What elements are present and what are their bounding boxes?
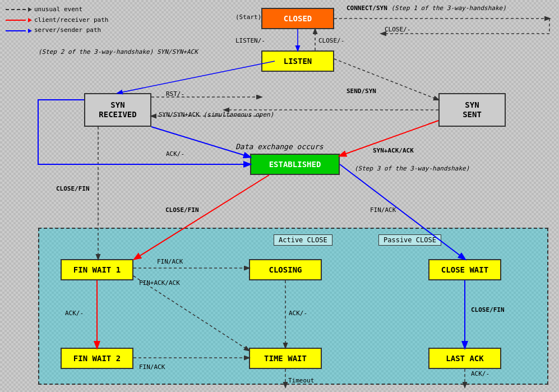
start-label: (Start): [235, 13, 261, 21]
connect-syn-label: CONNECT/SYN (Step 1 of the 3-way-handsha…: [347, 4, 506, 12]
fin-ack3-label: FIN/ACK: [139, 363, 165, 371]
passive-close-label: Passive CLOSE: [378, 234, 441, 246]
state-time-wait: TIME WAIT: [249, 348, 322, 369]
ack-closing-label: ACK/-: [289, 310, 307, 317]
state-syn-received: SYNRECEIVED: [84, 93, 151, 127]
timeout-label: Timeout: [288, 377, 314, 384]
state-closing: CLOSING: [249, 259, 322, 280]
ack-last-ack-label: ACK/-: [471, 370, 489, 377]
state-fin-wait2: FIN WAIT 2: [61, 348, 133, 369]
close-dash2-label: CLOSE/-: [318, 37, 344, 44]
close-fin1-label: CLOSE/FIN: [56, 185, 90, 192]
close-fin2-label: CLOSE/FIN: [165, 206, 199, 214]
synack-ack-label: SYN+ACK/ACK: [373, 147, 414, 154]
state-fin-wait1: FIN WAIT 1: [61, 259, 133, 280]
active-close-label: Active CLOSE: [274, 234, 332, 246]
legend: unusual event client/receiver path serve…: [6, 4, 108, 36]
ack-established-label: ACK/-: [166, 150, 184, 158]
fin-ack2-label: FIN/ACK: [157, 258, 183, 265]
state-listen: LISTEN: [261, 50, 334, 72]
close-fin3-label: CLOSE/FIN: [471, 306, 505, 313]
fin-ack-label: FIN/ACK: [370, 206, 396, 214]
rst-label: RST/-: [166, 90, 184, 98]
step2-label: (Step 2 of the 3-way-handshake) SYN/SYN+…: [38, 48, 198, 56]
legend-unusual: unusual event: [6, 4, 108, 15]
close-dash-top-label: CLOSE/-: [385, 26, 410, 33]
state-close-wait: CLOSE WAIT: [428, 259, 501, 280]
legend-server: server/sender path: [6, 25, 108, 36]
legend-unusual-label: unusual event: [34, 4, 82, 15]
state-syn-sent: SYNSENT: [438, 93, 506, 127]
legend-client-label: client/receiver path: [34, 15, 108, 26]
fin-plus-ack-label: FIN+ACK/ACK: [139, 279, 180, 287]
state-established: ESTABLISHED: [250, 154, 340, 175]
state-closed: CLOSED: [261, 8, 334, 29]
state-last-ack: LAST ACK: [428, 348, 501, 369]
listen-dash-label: LISTEN/-: [235, 37, 265, 44]
step3-label: (Step 3 of the 3-way-handshake): [354, 165, 469, 172]
data-exchange-label: Data exchange occurs: [235, 142, 324, 151]
legend-server-label: server/sender path: [34, 25, 101, 36]
tcp-state-diagram: unusual event client/receiver path serve…: [0, 0, 559, 392]
ack-fin-wait-label: ACK/-: [65, 310, 84, 317]
legend-client: client/receiver path: [6, 15, 108, 26]
syn-synack-label: SYN/SYN+ACK (simultaneous open): [159, 111, 274, 118]
send-syn-label: SEND/SYN: [347, 87, 376, 95]
